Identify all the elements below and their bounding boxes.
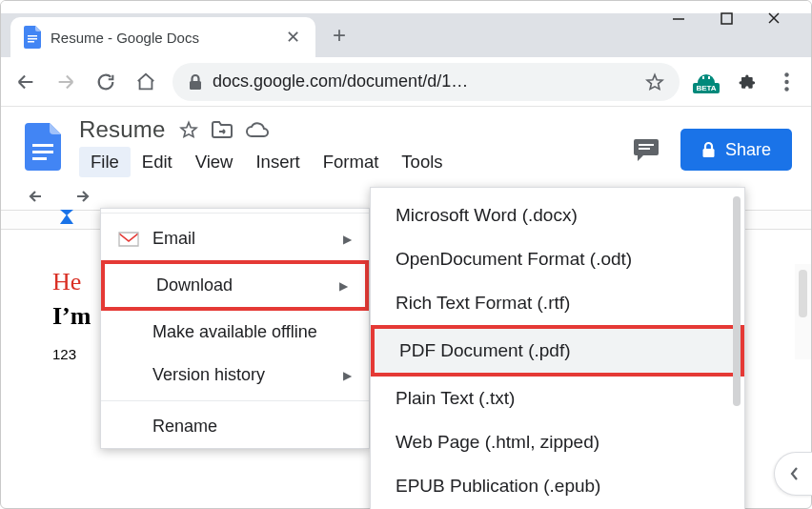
bookmark-star-icon[interactable] <box>645 72 664 92</box>
chevron-right-icon: ▶ <box>343 369 352 382</box>
svg-rect-7 <box>190 81 201 90</box>
cloud-status-icon[interactable] <box>246 122 269 138</box>
undo-icon[interactable] <box>28 189 49 204</box>
file-menu-download[interactable]: Download ▶ <box>101 260 369 311</box>
download-odt[interactable]: OpenDocument Format (.odt) <box>371 237 744 281</box>
docs-logo-icon[interactable] <box>22 119 64 174</box>
redo-icon[interactable] <box>70 189 91 204</box>
svg-rect-4 <box>721 13 732 24</box>
file-menu: Email ▶ Download ▶ Make available offlin… <box>100 208 370 449</box>
indent-marker-icon[interactable] <box>60 214 73 224</box>
file-menu-version-history[interactable]: Version history ▶ <box>101 354 369 397</box>
svg-rect-8 <box>702 76 704 79</box>
tab-title: Resume - Google Docs <box>51 30 274 46</box>
menu-format[interactable]: Format <box>312 147 391 177</box>
docs-header: Resume File Edit View Insert Format Tool… <box>1 107 811 177</box>
menu-edit[interactable]: Edit <box>131 147 184 177</box>
beta-extension-icon[interactable]: BETA <box>693 69 720 95</box>
omnibox[interactable]: docs.google.com/document/d/1… <box>173 63 680 101</box>
comments-icon[interactable] <box>633 137 660 162</box>
new-tab-button[interactable]: + <box>323 19 355 51</box>
close-tab-icon[interactable]: ✕ <box>283 27 302 48</box>
svg-rect-0 <box>28 35 37 37</box>
svg-rect-14 <box>32 151 53 153</box>
share-label: Share <box>725 140 771 160</box>
svg-rect-18 <box>702 149 714 157</box>
share-button[interactable]: Share <box>680 129 792 171</box>
lock-icon <box>188 73 203 91</box>
chevron-right-icon: ▶ <box>343 233 352 246</box>
minimize-icon[interactable] <box>668 8 689 29</box>
menubar: File Edit View Insert Format Tools <box>79 147 618 177</box>
svg-point-12 <box>784 87 788 91</box>
svg-rect-9 <box>708 76 710 79</box>
svg-rect-13 <box>32 144 53 147</box>
lock-share-icon <box>701 141 716 158</box>
move-folder-icon[interactable] <box>212 121 233 138</box>
tab-strip: Resume - Google Docs ✕ + <box>1 13 811 57</box>
extensions-puzzle-icon[interactable] <box>733 69 760 95</box>
svg-rect-15 <box>32 157 47 160</box>
back-icon[interactable] <box>12 69 39 95</box>
download-html[interactable]: Web Page (.html, zipped) <box>371 420 744 464</box>
file-menu-rename[interactable]: Rename <box>101 405 369 448</box>
url-text: docs.google.com/document/d/1… <box>213 71 636 92</box>
svg-point-10 <box>784 72 788 76</box>
download-submenu: Microsoft Word (.docx) OpenDocument Form… <box>370 187 745 509</box>
menu-insert[interactable]: Insert <box>244 147 311 177</box>
address-bar: docs.google.com/document/d/1… BETA <box>1 57 811 107</box>
file-menu-offline[interactable]: Make available offline <box>101 311 369 354</box>
forward-icon <box>52 69 79 95</box>
sidebar-expand-icon[interactable] <box>774 452 812 496</box>
reload-icon[interactable] <box>92 69 119 95</box>
svg-rect-2 <box>28 41 34 43</box>
svg-rect-16 <box>639 144 654 146</box>
download-epub[interactable]: EPUB Publication (.epub) <box>371 464 744 508</box>
submenu-scrollbar[interactable] <box>733 196 741 406</box>
menu-view[interactable]: View <box>184 147 245 177</box>
download-pdf[interactable]: PDF Document (.pdf) <box>371 325 744 377</box>
menu-file[interactable]: File <box>79 147 131 177</box>
doc-title[interactable]: Resume <box>79 116 166 143</box>
browser-tab[interactable]: Resume - Google Docs ✕ <box>10 17 315 57</box>
svg-rect-1 <box>28 38 37 40</box>
svg-point-11 <box>784 79 788 83</box>
download-rtf[interactable]: Rich Text Format (.rtf) <box>371 281 744 325</box>
svg-rect-17 <box>639 148 650 150</box>
home-icon[interactable] <box>132 69 159 95</box>
download-txt[interactable]: Plain Text (.txt) <box>371 377 744 420</box>
chevron-right-icon: ▶ <box>339 279 348 293</box>
star-doc-icon[interactable] <box>179 120 198 139</box>
docs-favicon <box>24 26 41 49</box>
gmail-icon <box>118 232 139 247</box>
close-window-icon[interactable] <box>763 8 784 29</box>
download-docx[interactable]: Microsoft Word (.docx) <box>371 193 744 237</box>
menu-tools[interactable]: Tools <box>390 147 454 177</box>
chrome-menu-icon[interactable] <box>773 69 800 95</box>
file-menu-email[interactable]: Email ▶ <box>101 217 369 260</box>
maximize-icon[interactable] <box>716 8 737 29</box>
doc-scrollbar[interactable] <box>795 264 811 359</box>
